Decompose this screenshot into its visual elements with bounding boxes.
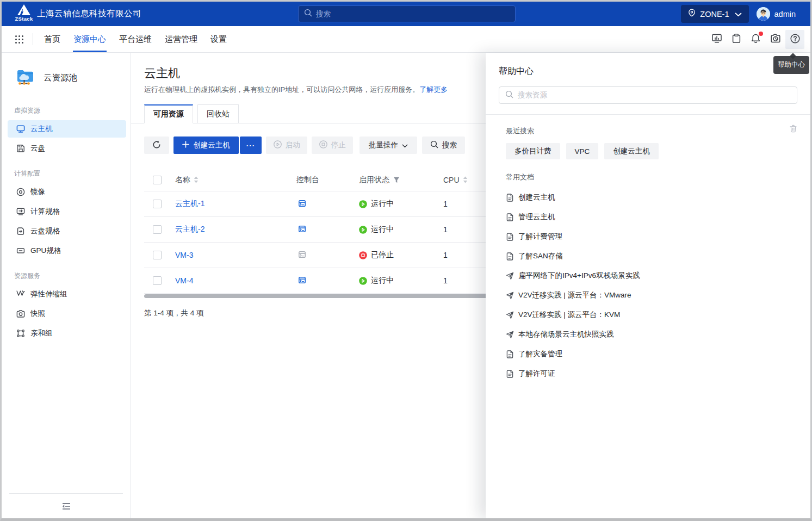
recent-tag-多价目计费[interactable]: 多价目计费 [506,143,560,159]
sidebar-item-亲和组[interactable]: 亲和组 [8,325,126,342]
tab-可用资源[interactable]: 可用资源 [144,104,193,123]
navbar-divider [33,33,33,45]
sidebar-title: 云资源池 [44,72,77,84]
autoscaling-icon [16,290,25,299]
doc-item-本地存储场景云主机快照实践[interactable]: 本地存储场景云主机快照实践 [506,325,791,344]
zstack-logo-icon [17,4,31,15]
search-icon [304,9,312,19]
doc-item-创建云主机[interactable]: 创建云主机 [506,188,791,207]
console-icon[interactable] [299,251,306,258]
column-console-label: 控制台 [296,175,319,185]
username[interactable]: admin [774,10,796,18]
global-search-input[interactable]: 搜索 [298,5,516,22]
tab-回收站[interactable]: 回收站 [197,104,239,123]
column-header-name[interactable]: 名称 [170,175,296,185]
zstack-logo-word: ZStack [15,16,33,22]
refresh-button[interactable] [144,137,169,154]
cloud-folder-icon [16,69,34,88]
gpu-offering-icon [16,246,25,255]
search-icon [505,90,513,101]
console-icon[interactable] [299,277,306,283]
vm-name-link[interactable]: VM-3 [175,251,193,259]
nav-item-首页[interactable]: 首页 [38,26,67,52]
batch-actions-button[interactable]: 批量操作 [359,137,417,154]
sidebar-group-label-虚拟资源: 虚拟资源 [2,101,131,120]
doc-item-管理云主机[interactable]: 管理云主机 [506,207,791,227]
doc-item-了解许可证[interactable]: 了解许可证 [506,364,791,383]
start-button[interactable]: 启动 [266,137,307,154]
notification-badge [759,32,763,36]
select-all-checkbox[interactable] [153,176,162,184]
navbar-action-dashboard-screen-icon[interactable] [707,30,726,49]
nav-item-运营管理[interactable]: 运营管理 [158,26,204,52]
navbar-action-operation-record-icon[interactable] [766,30,785,49]
sidebar-group-label-资源服务: 资源服务 [2,266,131,286]
create-vm-button[interactable]: 创建云主机 [173,137,239,154]
console-icon[interactable] [299,226,306,232]
status-badge: 运行中 [359,225,443,234]
bell-icon [751,34,760,45]
doc-item-V2V迁移实践-源云平台-VMware[interactable]: V2V迁移实践 | 源云平台：VMware [506,286,791,305]
sidebar-item-label: 云主机 [30,124,53,134]
doc-item-扁平网络下的IPv4-IPv6双栈场景实践[interactable]: 扁平网络下的IPv4+IPv6双栈场景实践 [506,266,791,286]
table-search-label: 搜索 [442,140,457,150]
sidebar-item-云盘[interactable]: 云盘 [8,140,126,157]
sort-carets-icon[interactable] [463,176,468,183]
stop-button[interactable]: 停止 [312,137,353,154]
sidebar-item-label: 计算规格 [30,207,60,216]
navbar-action-help-circle-icon[interactable] [785,30,804,49]
doc-item-了解计费管理[interactable]: 了解计费管理 [506,227,791,246]
row-checkbox[interactable] [153,225,162,234]
table-search-button[interactable]: 搜索 [422,137,465,154]
recent-tag-创建云主机[interactable]: 创建云主机 [604,143,659,159]
menu-fold-icon[interactable] [62,503,71,510]
sidebar-item-云盘规格[interactable]: 云盘规格 [8,222,126,240]
sidebar-item-GPU规格[interactable]: GPU规格 [8,242,126,259]
row-checkbox[interactable] [153,251,162,259]
drawer-header: 帮助中心 搜索资源 [486,53,810,104]
volume-disk-icon [16,144,25,153]
sidebar-footer [2,493,131,518]
vm-name-link[interactable]: 云主机-2 [175,225,204,233]
doc-item-label: 扁平网络下的IPv4+IPv6双栈场景实践 [518,271,640,281]
nav-item-设置[interactable]: 设置 [204,26,233,52]
doc-item-label: 创建云主机 [518,193,555,202]
filter-funnel-icon[interactable] [393,177,400,183]
zone-selector[interactable]: ZONE-1 [681,5,748,23]
learn-more-link[interactable]: 了解更多 [419,85,448,94]
help-search-input[interactable]: 搜索资源 [499,86,797,104]
sidebar-item-云主机[interactable]: 云主机 [8,120,126,138]
recent-tag-VPC[interactable]: VPC [566,143,599,159]
sidebar-item-弹性伸缩组[interactable]: 弹性伸缩组 [8,286,126,303]
row-checkbox[interactable] [153,200,162,208]
console-icon[interactable] [299,200,306,207]
sidebar-item-计算规格[interactable]: 计算规格 [8,203,126,220]
sidebar-item-镜像[interactable]: 镜像 [8,183,126,201]
doc-item-V2V迁移实践-源云平台-KVM[interactable]: V2V迁移实践 | 源云平台：KVM [506,305,791,325]
apps-grid-icon[interactable] [15,35,23,44]
nav-menu: 首页资源中心平台运维运营管理设置 [38,26,233,52]
drawer-title: 帮助中心 [499,66,797,77]
trash-icon[interactable] [789,125,797,133]
ellipsis-icon: ··· [246,141,256,150]
sidebar-item-快照[interactable]: 快照 [8,305,126,322]
operation-record-icon [771,34,780,45]
sort-carets-icon[interactable] [194,176,199,183]
brand[interactable]: ZStack 上海云轴信息科技有限公司 [15,4,141,23]
more-actions-button[interactable]: ··· [240,137,262,154]
user-avatar[interactable] [757,7,770,21]
navbar-action-bell-icon[interactable] [746,30,765,49]
sidebar-header: 云资源池 [2,53,131,88]
volume-offering-icon [16,227,25,235]
doc-item-了解SAN存储[interactable]: 了解SAN存储 [506,246,791,266]
nav-item-资源中心[interactable]: 资源中心 [67,26,113,52]
scrollbar-thumb[interactable] [144,294,503,298]
row-checkbox[interactable] [153,276,162,285]
column-header-status[interactable]: 启用状态 [359,175,443,185]
doc-item-了解灾备管理[interactable]: 了解灾备管理 [506,344,791,364]
vm-name-link[interactable]: 云主机-1 [175,199,204,208]
navbar-action-clipboard-icon[interactable] [727,30,746,49]
vm-name-link[interactable]: VM-4 [175,276,193,285]
doc-item-label: 管理云主机 [518,212,555,222]
nav-item-平台运维[interactable]: 平台运维 [113,26,158,52]
